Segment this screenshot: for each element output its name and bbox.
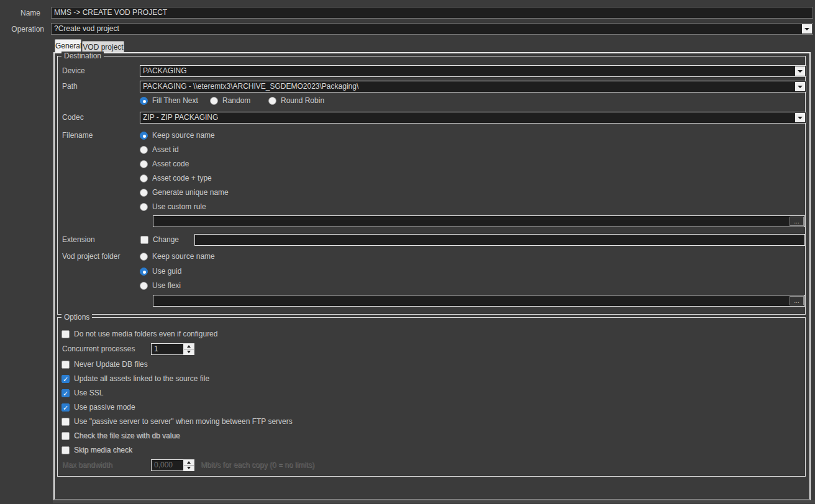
vod-project-config-window: Name MMS -> CREATE VOD PROJECT Operation… <box>0 0 815 504</box>
custom-rule-input[interactable]: ... <box>153 215 805 227</box>
spinner-up-button <box>184 460 194 466</box>
custom-rule-browse-button[interactable]: ... <box>790 217 804 226</box>
concurrent-processes-value: 1 <box>152 344 183 354</box>
radio-asset-code-type[interactable]: Asset code + type <box>140 174 212 182</box>
chevron-up-icon <box>187 345 191 348</box>
extension-input[interactable] <box>194 234 805 246</box>
extension-input-value <box>198 235 802 245</box>
codec-dropdown-button[interactable] <box>795 113 805 122</box>
radio-button[interactable] <box>140 132 148 140</box>
checkbox-check-file-size: Check the file size with db value <box>61 431 180 440</box>
name-input-value: MMS -> CREATE VOD PROJECT <box>54 8 810 17</box>
checkbox-do-not-use-mediafolders[interactable]: Do not use media folders even if configu… <box>61 330 217 338</box>
tab-page-bottom-edge <box>53 500 815 503</box>
filename-label: Filename <box>62 131 93 140</box>
radio-button[interactable] <box>140 160 148 168</box>
checkbox-box[interactable] <box>61 418 70 426</box>
max-bandwidth-value: 0,000 <box>152 460 183 470</box>
radio-use-guid[interactable]: Use guid <box>140 267 181 276</box>
checkbox-box[interactable] <box>61 403 70 412</box>
radio-button[interactable] <box>268 97 276 105</box>
radio-round-robin[interactable]: Round Robin <box>268 96 324 105</box>
chevron-down-icon <box>798 86 803 88</box>
checkbox-box <box>61 446 70 454</box>
destination-group-title: Destination <box>61 52 104 61</box>
path-select[interactable]: PACKAGING - \\eteremtx3\ARCHIVE_SGDEMO20… <box>140 81 806 92</box>
radio-fill-then-next[interactable]: Fill Then Next <box>140 96 198 105</box>
spinner-buttons <box>183 344 194 354</box>
destination-group: Destination <box>57 56 806 315</box>
spinner-down-button <box>184 466 194 470</box>
radio-use-custom-rule[interactable]: Use custom rule <box>140 202 206 211</box>
radio-folder-keep-source-name[interactable]: Keep source name <box>140 252 215 261</box>
name-label: Name <box>0 9 40 17</box>
checkbox-box[interactable] <box>61 389 70 397</box>
radio-button[interactable] <box>140 174 148 182</box>
operation-dropdown-button[interactable] <box>802 24 812 34</box>
checkbox-box[interactable] <box>61 330 70 338</box>
device-label: Device <box>62 66 85 75</box>
radio-button[interactable] <box>140 203 148 211</box>
checkbox-box <box>61 432 70 440</box>
vod-folder-input[interactable]: ... <box>153 295 805 307</box>
radio-use-flexi[interactable]: Use flexi <box>140 281 181 290</box>
spinner-down-button[interactable] <box>184 349 194 354</box>
spinner-up-button[interactable] <box>184 344 194 349</box>
vod-folder-browse-button[interactable]: ... <box>790 296 804 305</box>
operation-label: Operation <box>0 25 44 34</box>
radio-button[interactable] <box>210 97 218 105</box>
chevron-down-icon <box>187 351 191 353</box>
path-label: Path <box>62 82 78 91</box>
extension-label: Extension <box>62 235 95 244</box>
checkbox-use-ssl[interactable]: Use SSL <box>61 389 103 397</box>
radio-asset-code[interactable]: Asset code <box>140 160 189 168</box>
options-group: Options <box>57 317 806 477</box>
radio-button[interactable] <box>140 282 148 290</box>
chevron-down-icon <box>798 117 803 119</box>
max-bandwidth-spinner: 0,000 <box>151 459 194 471</box>
max-bandwidth-suffix: Mbit/s for each copy (0 = no limits) <box>201 461 314 469</box>
radio-asset-id[interactable]: Asset id <box>140 145 179 154</box>
chevron-down-icon <box>804 28 809 30</box>
radio-button[interactable] <box>140 146 148 154</box>
radio-keep-source-name[interactable]: Keep source name <box>140 131 215 140</box>
radio-button[interactable] <box>140 97 148 105</box>
checkbox-never-update-db[interactable]: Never Update DB files <box>61 360 148 369</box>
vod-folder-label: Vod project folder <box>62 252 120 261</box>
chevron-down-icon <box>187 467 191 469</box>
checkbox-box[interactable] <box>140 236 148 244</box>
path-select-value: PACKAGING - \\eteremtx3\ARCHIVE_SGDEMO20… <box>143 82 793 91</box>
tab-general[interactable]: General <box>55 39 81 53</box>
vod-folder-input-value <box>156 296 792 305</box>
concurrent-processes-spinner[interactable]: 1 <box>151 343 194 355</box>
options-group-title: Options <box>61 313 92 322</box>
radio-button[interactable] <box>140 268 148 276</box>
checkbox-use-passive-mode[interactable]: Use passive mode <box>61 403 135 412</box>
checkbox-box[interactable] <box>61 375 70 383</box>
radio-button[interactable] <box>140 253 148 261</box>
radio-random[interactable]: Random <box>210 96 250 105</box>
device-select-value: PACKAGING <box>143 66 793 76</box>
operation-select-value: ?Create vod project <box>54 24 800 34</box>
radio-generate-unique-name[interactable]: Generate unique name <box>140 188 229 197</box>
radio-button[interactable] <box>140 189 148 197</box>
codec-select[interactable]: ZIP - ZIP PACKAGING <box>140 112 806 124</box>
device-select[interactable]: PACKAGING <box>140 65 806 77</box>
extension-change-checkbox[interactable]: Change <box>140 235 179 244</box>
concurrent-processes-label: Concurrent processes <box>62 344 135 353</box>
device-dropdown-button[interactable] <box>795 66 805 76</box>
operation-select[interactable]: ?Create vod project <box>51 23 813 35</box>
spinner-buttons <box>183 460 194 470</box>
checkbox-use-passive-server-to-server[interactable]: Use "passive server to server" when movi… <box>61 417 293 426</box>
name-input[interactable]: MMS -> CREATE VOD PROJECT <box>51 7 813 19</box>
chevron-up-icon <box>187 461 191 464</box>
checkbox-box[interactable] <box>61 361 70 369</box>
checkbox-update-all-assets[interactable]: Update all assets linked to the source f… <box>61 374 209 383</box>
tab-vod-project[interactable]: VOD project <box>82 41 124 52</box>
path-dropdown-button[interactable] <box>795 82 805 91</box>
custom-rule-input-value <box>156 217 792 226</box>
max-bandwidth-label: Max bandwidth <box>62 461 112 469</box>
codec-select-value: ZIP - ZIP PACKAGING <box>143 113 793 122</box>
codec-label: Codec <box>62 113 84 122</box>
checkbox-skip-media-check: Skip media check <box>61 446 132 454</box>
